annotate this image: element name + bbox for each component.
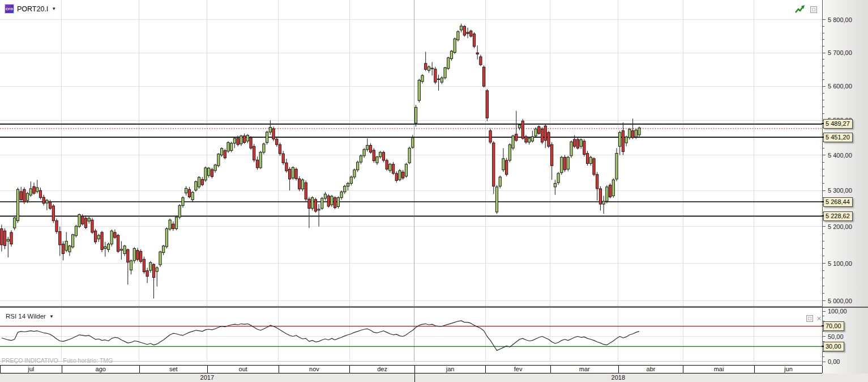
bear-candle	[1, 229, 3, 245]
month-cell-nov: nov	[279, 366, 350, 373]
bear-candle	[224, 151, 226, 158]
bear-candle	[473, 34, 475, 46]
month-cell-fev: fev	[486, 366, 550, 373]
rsi-indicator-selector[interactable]: RSI 14 Wilder ▼	[6, 313, 54, 320]
bull-candle	[198, 177, 200, 187]
bull-candle	[405, 164, 407, 176]
bear-candle	[599, 189, 601, 204]
bull-candle	[561, 157, 563, 172]
bull-candle	[165, 229, 168, 247]
bull-candle	[502, 159, 504, 170]
bull-candle	[97, 235, 100, 239]
bear-candle	[59, 232, 61, 245]
status-separator-line	[0, 361, 822, 362]
bear-candle	[538, 126, 540, 133]
bull-candle	[292, 167, 294, 178]
bear-candle	[33, 186, 35, 193]
bull-candle	[379, 152, 382, 157]
bear-candle	[525, 137, 527, 142]
status-indicative-price: PREÇO INDICATIVO	[2, 357, 58, 364]
bear-candle	[295, 169, 297, 179]
bear-candle	[382, 152, 384, 160]
bull-candle	[450, 51, 452, 58]
bear-candle	[140, 252, 142, 262]
instrument-selector[interactable]: CFD PORT20.I ▼	[5, 4, 56, 14]
bull-candle	[508, 145, 511, 160]
bull-candle	[366, 145, 369, 149]
price-tick-label: 5 700,00	[828, 49, 852, 56]
bull-candle	[340, 192, 343, 198]
restore-window-icon[interactable]	[806, 315, 813, 322]
bull-candle	[130, 261, 132, 270]
close-icon[interactable]: ✕	[816, 316, 822, 321]
bear-candle	[82, 217, 84, 224]
bull-candle	[625, 137, 627, 143]
bull-candle	[427, 67, 430, 70]
bull-candle	[266, 132, 268, 142]
bear-candle	[136, 251, 139, 260]
trend-arrow-icon[interactable]	[794, 5, 806, 15]
bear-candle	[62, 244, 64, 254]
bear-candle	[298, 179, 301, 189]
bear-candle	[314, 200, 317, 211]
bull-candle	[26, 193, 28, 201]
bull-candle	[457, 32, 459, 40]
rsi-chart-canvas[interactable]	[0, 308, 822, 365]
bear-candle	[392, 164, 394, 173]
bear-candle	[506, 160, 508, 175]
bull-candle	[159, 252, 161, 265]
bull-candle	[16, 189, 19, 220]
bear-candle	[52, 206, 54, 220]
price-chart-canvas[interactable]	[0, 0, 822, 308]
bear-candle	[402, 172, 404, 178]
bull-candle	[133, 248, 135, 261]
bull-candle	[412, 138, 414, 147]
price-axis: 5 800,005 700,005 600,005 500,005 400,00…	[822, 0, 868, 308]
bear-candle	[483, 67, 485, 86]
bear-candle	[551, 145, 553, 165]
bear-candle	[425, 63, 427, 70]
bear-candle	[467, 32, 469, 33]
bear-candle	[23, 189, 25, 202]
bull-candle	[495, 187, 498, 212]
bull-candle	[431, 68, 433, 69]
bear-candle	[285, 163, 288, 171]
bull-candle	[227, 142, 229, 151]
bull-candle	[69, 246, 71, 252]
bull-candle	[447, 58, 450, 69]
year-label: 2018	[612, 374, 625, 381]
bull-candle	[120, 249, 122, 251]
bull-candle	[107, 244, 109, 250]
restore-window-icon[interactable]	[810, 6, 817, 13]
bull-candle	[78, 215, 80, 227]
bull-candle	[499, 177, 501, 186]
bear-candle	[20, 192, 22, 200]
bear-candle	[548, 133, 550, 147]
rsi-band-label: 70,00	[823, 321, 844, 331]
bear-candle	[201, 180, 203, 185]
bull-candle	[75, 226, 77, 236]
bull-candle	[437, 79, 439, 79]
bull-candle	[217, 154, 220, 165]
month-cell-mai: mai	[683, 366, 755, 373]
bear-candle	[631, 131, 634, 138]
bull-candle	[638, 128, 640, 135]
bear-candle	[172, 224, 174, 228]
bull-candle	[195, 181, 197, 190]
bear-candle	[493, 143, 495, 186]
bear-candle	[541, 129, 543, 142]
bull-candle	[301, 180, 303, 189]
instrument-symbol: PORT20.I	[17, 5, 48, 13]
price-level-label: 5 228,62	[823, 211, 853, 221]
bull-candle	[518, 125, 520, 128]
bull-candle	[606, 187, 608, 201]
bear-candle	[143, 259, 145, 271]
bull-candle	[169, 220, 171, 229]
caret-down-icon: ▼	[52, 6, 56, 11]
bull-candle	[360, 156, 362, 162]
bull-candle	[376, 157, 378, 163]
month-cell-set: set	[140, 366, 208, 373]
bull-candle	[321, 198, 323, 209]
rsi-axis: 100,0050,000,00	[822, 308, 868, 365]
bull-candle	[104, 247, 106, 248]
